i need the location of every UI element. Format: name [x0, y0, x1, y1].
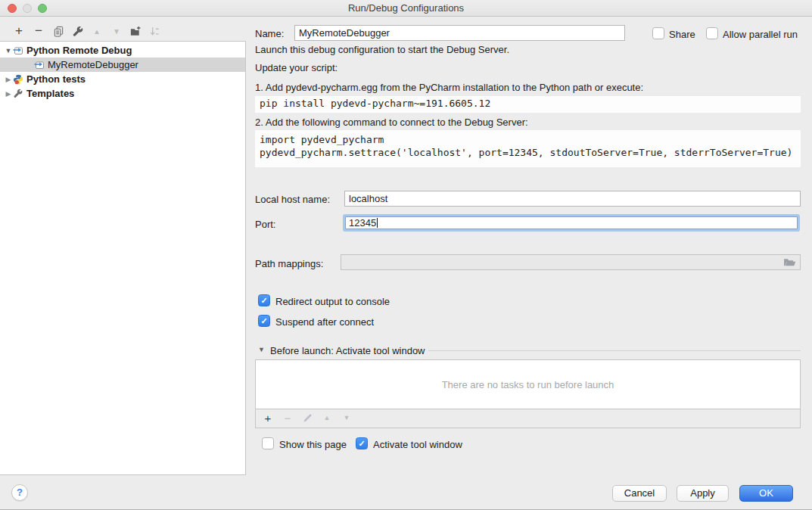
run-debug-configurations-dialog: Run/Debug Configurations + − ▲ ▼ ▼ Pytho… [0, 0, 812, 510]
local-host-name-label: Local host name: [255, 194, 330, 205]
share-label: Share [669, 29, 695, 40]
move-task-up-button[interactable]: ▲ [321, 412, 333, 424]
step2-text: 2. Add the following command to connect … [255, 117, 528, 128]
redirect-output-label: Redirect output to console [275, 296, 390, 307]
move-down-button[interactable]: ▼ [110, 24, 123, 38]
titlebar[interactable]: Run/Debug Configurations [0, 0, 812, 17]
port-input[interactable]: 12345 [345, 216, 798, 229]
settrace-code-block: import pydevd_pycharmpydevd_pycharm.sett… [255, 130, 801, 167]
port-label: Port: [255, 219, 275, 230]
pip-install-code: pip install pydevd-pycharm~=191.6605.12 [255, 96, 801, 113]
name-input[interactable]: MyRemoteDebugger [294, 25, 625, 41]
move-up-button[interactable]: ▲ [90, 24, 104, 38]
remote-debug-config-icon [12, 45, 23, 56]
tree-item-label: Python Remote Debug [26, 45, 132, 56]
before-launch-title: Before launch: Activate tool window [270, 345, 425, 356]
expand-arrow-icon[interactable]: ▶ [5, 90, 12, 98]
suspend-after-connect-label: Suspend after connect [275, 316, 374, 328]
tree-item-myremotedebugger[interactable]: MyRemoteDebugger [0, 58, 245, 72]
activate-tool-window-label: Activate tool window [373, 439, 462, 450]
add-task-button[interactable]: + [262, 412, 274, 424]
tree-item-python-tests[interactable]: ▶ Python tests [0, 72, 245, 86]
tree-item-python-remote-debug[interactable]: ▼ Python Remote Debug [0, 43, 245, 58]
window-title: Run/Debug Configurations [0, 2, 812, 14]
ok-button[interactable]: OK [739, 485, 793, 502]
apply-button[interactable]: Apply [677, 485, 729, 502]
activate-tool-window-checkbox[interactable]: ✓ [356, 437, 368, 449]
browse-folder-icon[interactable] [783, 257, 796, 267]
share-checkbox[interactable] [652, 27, 664, 39]
update-script-text: Update your script: [255, 62, 338, 73]
configurations-toolbar: + − ▲ ▼ [0, 21, 246, 41]
cancel-button[interactable]: Cancel [612, 485, 667, 502]
remove-configuration-button[interactable]: − [32, 24, 45, 38]
no-tasks-text: There are no tasks to run before launch [442, 379, 614, 390]
tree-item-label: Templates [26, 88, 74, 99]
configurations-tree: ▼ Python Remote Debug MyRemoteDebugger ▶… [0, 41, 246, 475]
edit-templates-wrench-icon[interactable] [70, 24, 84, 38]
tree-item-label: Python tests [26, 73, 86, 85]
help-button[interactable]: ? [11, 484, 28, 501]
templates-wrench-icon [12, 89, 23, 99]
port-value: 12345 [349, 217, 376, 229]
move-task-down-button[interactable]: ▼ [341, 412, 353, 424]
tree-item-label: MyRemoteDebugger [48, 59, 138, 70]
local-host-name-input[interactable]: localhost [344, 191, 801, 207]
task-list-toolbar: + − ▲ ▼ [255, 409, 801, 428]
name-label: Name: [255, 28, 284, 39]
intro-text: Launch this debug configuration to start… [255, 44, 509, 55]
redirect-output-checkbox[interactable]: ✓ [258, 294, 270, 306]
collapse-arrow-icon[interactable]: ▼ [5, 47, 12, 54]
copy-configuration-icon[interactable] [51, 24, 65, 38]
create-folder-icon[interactable] [129, 24, 142, 38]
code-settrace-line: pydevd_pycharm.settrace('localhost', por… [260, 146, 796, 159]
before-launch-collapse-icon[interactable]: ▼ [258, 346, 265, 353]
allow-parallel-run-checkbox[interactable] [706, 27, 718, 39]
sort-configurations-icon[interactable] [148, 24, 161, 38]
tree-item-templates[interactable]: ▶ Templates [0, 86, 245, 101]
code-import-line: import pydevd_pycharm [260, 133, 796, 146]
python-tests-icon [12, 74, 23, 85]
remote-debug-config-icon [33, 60, 45, 70]
show-this-page-checkbox[interactable] [262, 437, 274, 449]
expand-arrow-icon[interactable]: ▶ [5, 76, 12, 83]
allow-parallel-run-label: Allow parallel run [723, 29, 798, 40]
step1-text: 1. Add pydevd-pycharm.egg from the PyCha… [255, 82, 643, 93]
edit-task-pencil-icon[interactable] [301, 412, 313, 424]
before-launch-task-list[interactable]: There are no tasks to run before launch [255, 359, 801, 409]
suspend-after-connect-checkbox[interactable]: ✓ [258, 315, 270, 327]
text-caret [377, 218, 378, 228]
add-configuration-button[interactable]: + [12, 24, 26, 38]
path-mappings-input[interactable] [341, 254, 801, 270]
path-mappings-label: Path mappings: [255, 258, 323, 269]
before-launch-separator [428, 350, 801, 351]
show-this-page-label: Show this page [279, 439, 347, 450]
remove-task-button[interactable]: − [282, 412, 294, 424]
